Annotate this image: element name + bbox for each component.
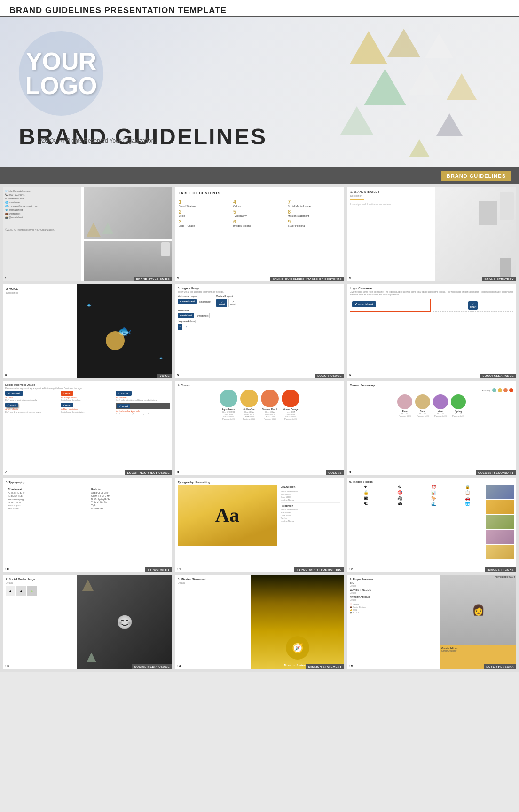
toc-item-3: 3Logo + Usage xyxy=(179,219,231,227)
slide-3-content: 1. BRAND STRATEGY Description Lorem ipsu… xyxy=(347,187,516,281)
logo-text: YOUR LOGO xyxy=(19,49,103,98)
slide-6-content: Logo: Clearance Give the logo some room … xyxy=(347,284,516,378)
slide-15-number: 15 xyxy=(349,664,353,668)
ss-mark-1: ✓ xyxy=(178,324,182,330)
toc-title: TABLE OF CONTENTS xyxy=(179,191,340,197)
slide-15[interactable]: 9. Buyer Persona BIO Details WANTS + NEE… xyxy=(347,575,516,669)
ss-logo-h1: ✓ smartsheet xyxy=(178,299,197,304)
mission-bg: 🧭 Mission Statement xyxy=(251,575,344,669)
slide-7-number: 7 xyxy=(5,470,7,474)
ss-clearance-2: ✓smart xyxy=(468,301,478,310)
ss-clearance-1: ✓ smartsheet xyxy=(352,301,376,307)
incorrect-4: ✓ smart xyxy=(5,403,18,407)
toc-item-8: 8Mission Statement xyxy=(288,209,340,217)
hero-content: BRAND GUIDELINES ©20XX. All Rights Reser… xyxy=(19,124,267,153)
triangle-1 xyxy=(350,31,387,64)
slide-13[interactable]: 7. Social Media Usage Details ▲ ▲ ▲ 😊 13… xyxy=(3,575,172,669)
slide-12[interactable]: 6. Images + Icons ✈ ⚙ ⏰ 🔒 🔒 🎯 📊 📋 🏛 🦓 xyxy=(347,478,516,572)
slide-9-number: 9 xyxy=(349,470,351,474)
ss-logo-v1: ✓smart xyxy=(216,299,228,307)
slide-12-content: 6. Images + Icons ✈ ⚙ ⏰ 🔒 🔒 🎯 📊 📋 🏛 🦓 xyxy=(347,478,516,572)
toc-grid: 1Brand Strategy 4Colors 7Social Media Us… xyxy=(179,199,340,227)
slide-3[interactable]: 1. BRAND STRATEGY Description Lorem ipsu… xyxy=(347,187,516,281)
slide-8[interactable]: 4. Colors Aqua Breeze Hex: #7CBFB3 RGB: … xyxy=(175,381,344,475)
hero-brand-title: BRAND GUIDELINES xyxy=(19,124,267,150)
slide-4-content: 2. VOICE Description 🐟 🐟 🐟 xyxy=(3,284,172,378)
slide-1-number: 1 xyxy=(5,276,7,280)
triangle-2 xyxy=(387,29,420,57)
slide-8-label: COLORS xyxy=(326,470,344,475)
triangle-3 xyxy=(425,33,453,58)
slide-13-label: SOCIAL MEDIA USAGE xyxy=(132,664,172,669)
slide-7[interactable]: Logo: Incorrect Usage Please use the log… xyxy=(3,381,172,475)
toc-item-9: 9Buyer Persona xyxy=(288,219,340,227)
hero-slide: YOUR LOGO BRAND GUIDELINES ©20XX. All Ri… xyxy=(0,17,519,167)
slides-grid: 📧 info@smartsheet.com 📞 (000) 123-0341 ✉… xyxy=(0,184,519,672)
incorrect-2: ✓ smart xyxy=(61,391,73,396)
hero-copyright: ©20XX. All Rights Reserved Your Organiza… xyxy=(38,137,156,144)
slide-5[interactable]: 3. Logo + Usage Below we all the accepte… xyxy=(175,284,344,378)
slide-11-content: Typography: Formatting Aa HEADLINES Font… xyxy=(175,478,344,572)
toc-item-7: 7Social Media Usage xyxy=(288,199,340,207)
slide-7-content: Logo: Incorrect Usage Please use the log… xyxy=(3,381,172,475)
slide-6-label: LOGO: CLEARANCE xyxy=(480,374,517,378)
slide-1-content: 📧 info@smartsheet.com 📞 (000) 123-0341 ✉… xyxy=(3,187,172,281)
slide-10[interactable]: 5. Typography Montserrat Aa Bb Cc Dd Ee … xyxy=(3,478,172,572)
slide-10-label: TYPOGRAPHY xyxy=(145,567,172,572)
slide-2-number: 2 xyxy=(177,276,179,280)
slide-4-number: 4 xyxy=(5,373,7,377)
slide-10-number: 10 xyxy=(5,567,9,571)
triangle-6 xyxy=(447,73,477,100)
slide-5-content: 3. Logo + Usage Below we all the accepte… xyxy=(175,284,344,378)
slide-11-number: 11 xyxy=(177,567,181,571)
slide-6[interactable]: Logo: Clearance Give the logo some room … xyxy=(347,284,516,378)
slide-13-number: 13 xyxy=(5,664,9,668)
ss-wordmark-1: smartsheet xyxy=(178,313,194,318)
hero-bottom-bar: BRAND GUIDELINES xyxy=(0,167,519,184)
incorrect-1: ✓ smart xyxy=(5,391,23,396)
triangle-8 xyxy=(436,113,463,136)
slide-8-content: 4. Colors Aqua Breeze Hex: #7CBFB3 RGB: … xyxy=(175,381,344,475)
toc-item-1: 1Brand Strategy xyxy=(179,199,231,207)
slide-8-number: 8 xyxy=(177,470,179,474)
slide-2[interactable]: TABLE OF CONTENTS 1Brand Strategy 4Color… xyxy=(175,187,344,281)
slide-14-number: 14 xyxy=(177,664,181,668)
slide-13-content: 7. Social Media Usage Details ▲ ▲ ▲ 😊 xyxy=(3,575,172,669)
toc-item-5: 5Typography xyxy=(233,209,286,217)
slide-10-content: 5. Typography Montserrat Aa Bb Cc Dd Ee … xyxy=(3,478,172,572)
triangle-7 xyxy=(340,106,373,135)
slide-1[interactable]: 📧 info@smartsheet.com 📞 (000) 123-0341 ✉… xyxy=(3,187,172,281)
slide-14-content: 8. Mission Statement Details 🧭 Mission S… xyxy=(175,575,344,669)
logo-circle: YOUR LOGO xyxy=(19,31,103,116)
slide-5-label: LOGO + USAGE xyxy=(315,374,344,378)
triangle-9 xyxy=(409,139,430,157)
toc-item-4: 4Colors xyxy=(233,199,286,207)
slide-9-content: Colors: Secondary Primary: Plum Hex: ## … xyxy=(347,381,516,475)
slide-2-label: BRAND GUIDELINES | TABLE OF CONTENTS xyxy=(270,277,344,281)
slide-3-label: BRAND STRATEGY xyxy=(482,277,516,281)
bottom-bar-label: BRAND GUIDELINES xyxy=(441,171,511,181)
slide-6-number: 6 xyxy=(349,373,351,377)
slide-15-label: BUYER PERSONA xyxy=(484,664,516,669)
slide-7-label: LOGO: INCORRECT USAGE xyxy=(125,470,172,475)
slide-15-content: 9. Buyer Persona BIO Details WANTS + NEE… xyxy=(347,575,516,669)
slide-11-label: TYPOGRAPHY: FORMATTING xyxy=(294,567,344,572)
triangle-5 xyxy=(408,64,444,95)
page-header: BRAND GUIDELINES PRESENTATION TEMPLATE xyxy=(0,0,519,17)
slide-14[interactable]: 8. Mission Statement Details 🧭 Mission S… xyxy=(175,575,344,669)
slide-1-label: BRAND STYLE GUIDE xyxy=(134,277,172,281)
slide-14-label: MISSION STATEMENT xyxy=(306,664,344,669)
slide-4[interactable]: 2. VOICE Description 🐟 🐟 🐟 4 VOICE xyxy=(3,284,172,378)
slide-12-number: 12 xyxy=(349,567,353,571)
toc-item-2: 2Voice xyxy=(179,209,231,217)
slide-4-label: VOICE xyxy=(157,374,172,378)
slide-9[interactable]: Colors: Secondary Primary: Plum Hex: ## … xyxy=(347,381,516,475)
slide-2-content: TABLE OF CONTENTS 1Brand Strategy 4Color… xyxy=(175,187,344,281)
incorrect-3: ✓ smart xyxy=(116,391,132,396)
incorrect-6: ✓ smart xyxy=(117,404,130,408)
page-title: BRAND GUIDELINES PRESENTATION TEMPLATE xyxy=(9,6,510,16)
toc-item-6: 6Images + Icons xyxy=(233,219,286,227)
slide-5-number: 5 xyxy=(177,373,179,377)
slide-11[interactable]: Typography: Formatting Aa HEADLINES Font… xyxy=(175,478,344,572)
persona-photo-area: 👩 Gloria Miner Senior Designer BUYER PER… xyxy=(440,575,516,669)
